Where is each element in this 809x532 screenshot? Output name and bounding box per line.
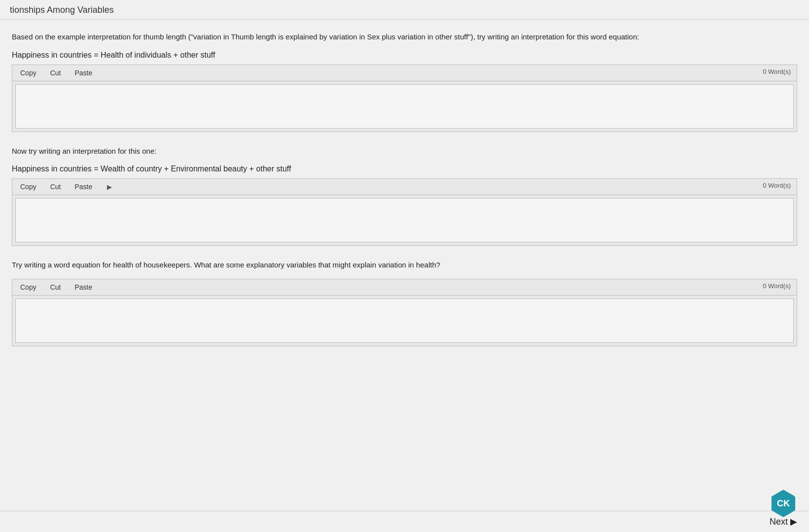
word-count-2: 0 Word(s) [763, 182, 791, 189]
cut-button-2[interactable]: Cut [48, 182, 63, 192]
instruction-text-3: Try writing a word equation for health o… [12, 260, 797, 271]
word-count-3: 0 Word(s) [763, 282, 791, 290]
avatar-initials: CK [777, 499, 790, 509]
editor-area-2[interactable] [15, 198, 794, 242]
copy-button-2[interactable]: Copy [18, 182, 38, 192]
paste-button-1[interactable]: Paste [72, 68, 94, 78]
editor-block-2: Copy Cut Paste ▶ 0 Word(s) [12, 178, 797, 246]
equation-text-1: Happiness in countries = Health of indiv… [12, 51, 797, 60]
word-count-1: 0 Word(s) [763, 68, 791, 75]
copy-button-1[interactable]: Copy [18, 68, 38, 78]
page-container: tionships Among Variables Based on the e… [0, 0, 809, 532]
editor-area-3[interactable] [15, 299, 794, 343]
editor-toolbar-3: Copy Cut Paste 0 Word(s) [12, 279, 797, 296]
instruction-text-1: Based on the example interpretation for … [12, 32, 797, 43]
cut-button-1[interactable]: Cut [48, 68, 63, 78]
equation-text-2: Happiness in countries = Wealth of count… [12, 165, 797, 173]
paste-button-2[interactable]: Paste [72, 182, 94, 192]
editor-toolbar-1: Copy Cut Paste 0 Word(s) [12, 65, 797, 81]
instruction-text-2: Now try writing an interpretation for th… [12, 146, 797, 157]
footer-bar: Next ▶ [0, 511, 809, 532]
page-title: tionships Among Variables [10, 5, 114, 15]
main-content: Based on the example interpretation for … [0, 20, 809, 399]
editor-toolbar-2: Copy Cut Paste ▶ 0 Word(s) [12, 179, 797, 195]
next-button[interactable]: Next ▶ [770, 516, 797, 527]
editor-block-3: Copy Cut Paste 0 Word(s) [12, 279, 797, 346]
editor-area-1[interactable] [15, 84, 794, 129]
copy-button-3[interactable]: Copy [18, 282, 38, 292]
cut-button-3[interactable]: Cut [48, 282, 63, 292]
header-bar: tionships Among Variables [0, 0, 809, 20]
paste-button-3[interactable]: Paste [72, 282, 94, 292]
editor-block-1: Copy Cut Paste 0 Word(s) [12, 65, 797, 132]
cursor-icon-2: ▶ [107, 183, 112, 191]
